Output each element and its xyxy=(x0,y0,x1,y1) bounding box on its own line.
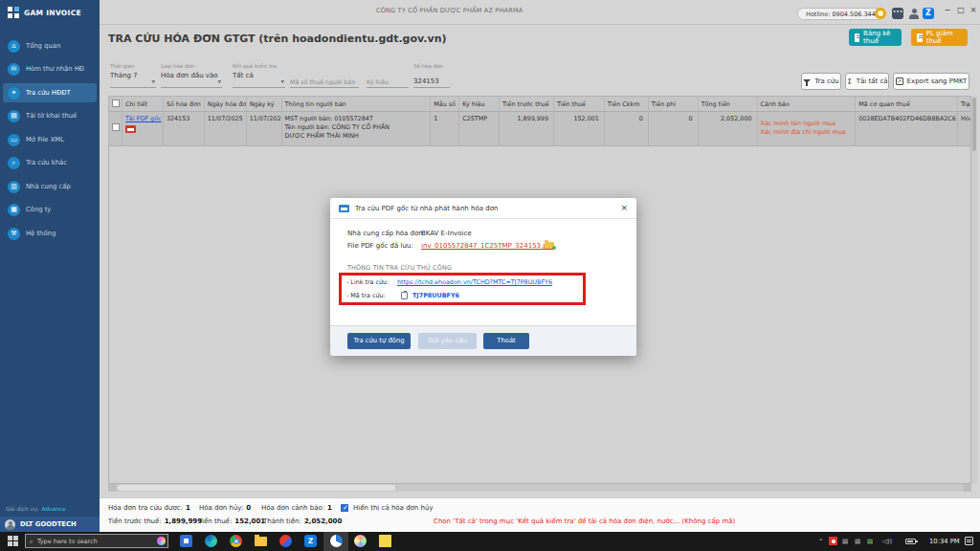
invoice-no-input[interactable] xyxy=(413,76,450,88)
sidebar-item-cong-ty[interactable]: ▦ Công ty xyxy=(3,200,97,219)
notification-center-icon[interactable] xyxy=(965,537,973,545)
certificate-icon[interactable] xyxy=(875,8,886,19)
tax-report-button[interactable]: Bảng kê thuế xyxy=(849,29,902,46)
tax-total: Tiền thuế:152,001 xyxy=(198,518,265,525)
folder-icon: ▭ xyxy=(8,134,20,146)
col-ngay-ky: Ngày ký xyxy=(247,97,282,111)
zalo-icon[interactable]: Z xyxy=(923,8,934,19)
send-request-button[interactable]: Gửi yêu cầu xyxy=(418,333,477,349)
maximize-button[interactable]: □ xyxy=(955,6,967,14)
user-bar[interactable]: DLT GOODTECH xyxy=(0,517,100,532)
horizontal-scrollbar-thumb[interactable] xyxy=(118,485,395,491)
close-button[interactable]: × xyxy=(968,6,979,14)
export-pmkt-button[interactable]: ↗ Export sang PMKT xyxy=(893,73,969,90)
open-folder-icon[interactable] xyxy=(545,242,554,249)
check-result-select[interactable]: Kết quả kiểm tra Tất cả ▼ xyxy=(233,63,285,88)
red-annotation-box: - Link tra cứu: https://tchd.ehoadon.vn/… xyxy=(339,273,586,305)
building-icon: ▦ xyxy=(8,204,20,216)
edge-icon[interactable] xyxy=(205,535,217,547)
auto-lookup-button[interactable]: Tra cứu tự động xyxy=(347,333,411,349)
overview-icon: ⌂ xyxy=(8,40,20,53)
sidebar-item-label: Tra cứu HĐĐT xyxy=(26,89,71,97)
dialog-footer: Tra cứu tự động Gửi yêu cầu Thoát xyxy=(330,325,636,356)
search-button[interactable]: Tra cứu xyxy=(801,73,841,90)
logo-text: GAM INVOICE xyxy=(24,9,81,17)
close-icon[interactable]: × xyxy=(620,203,628,212)
sidebar-item-mo-file-xml[interactable]: ▭ Mở File XML xyxy=(3,130,97,149)
invoice-type-value: Hóa đơn đầu vào xyxy=(161,72,222,79)
download-all-button[interactable]: ↧ Tải tất cả xyxy=(845,73,889,90)
exit-button[interactable]: Thoát xyxy=(483,333,529,349)
check-result-value: Tất cả xyxy=(233,72,285,79)
tray-volume-icon[interactable]: ◁)) xyxy=(882,538,892,545)
vertical-scrollbar-thumb[interactable] xyxy=(972,98,976,151)
sidebar-item-tai-to-khai[interactable]: ▤ Tải tờ khai thuế xyxy=(3,106,97,125)
table-row[interactable]: Tải PDF gốc 324153 11/07/2025 11/07/2025… xyxy=(109,112,970,146)
start-button[interactable] xyxy=(8,536,19,547)
pretax-total: Tiền trước thuế:1,899,999 xyxy=(108,518,202,525)
invoice-type-select[interactable]: Loại hóa đơn Hóa đơn đầu vào ▼ xyxy=(161,63,222,88)
found-count: Hóa đơn tra cứu được:1 xyxy=(108,504,190,512)
tools-icon: ⚒ xyxy=(8,228,20,240)
row-fee: 0 xyxy=(649,112,699,145)
show-cancelled-label: Hiển thị cả hóa đơn hủy xyxy=(353,504,434,512)
download-pdf-link[interactable]: Tải PDF gốc xyxy=(125,115,162,122)
horizontal-scrollbar[interactable] xyxy=(108,484,971,492)
tray-network-icon[interactable]: ▤ xyxy=(855,538,860,545)
pdf-file-link[interactable]: inv_0105572847_1C25TMP_324153.pdf xyxy=(421,242,554,250)
sidebar-item-tra-cuu-hddt[interactable]: ⚭ Tra cứu HĐĐT xyxy=(3,83,97,102)
sidebar-item-nha-cung-cap[interactable]: ▥ Nhà cung cấp xyxy=(3,177,97,196)
vertical-scrollbar[interactable] xyxy=(971,96,977,484)
taskbar-search[interactable]: ⌕ Type here to search xyxy=(25,534,168,548)
scroll-left-arrow[interactable] xyxy=(108,484,116,492)
row-seller-info: MST người bán: 0105572847 Tên người bán:… xyxy=(282,112,432,145)
sidebar-item-tra-cuu-khac[interactable]: ⌕ Tra cứu khác xyxy=(3,153,97,172)
col-tien-ckkm: Tiền Ckkm xyxy=(605,97,649,111)
file-label: File PDF gốc đã lưu: xyxy=(347,242,413,250)
col-ky-hieu: Ký hiệu xyxy=(459,97,500,111)
zalo-taskbar-icon[interactable]: Z xyxy=(304,535,317,547)
seller-tax-input[interactable] xyxy=(290,76,359,88)
service-plan: Gói dịch vụ:Advance xyxy=(6,506,66,512)
file-explorer-icon[interactable] xyxy=(255,537,267,546)
sidebar-item-tong-quan[interactable]: ⌂ Tổng quan xyxy=(3,36,97,55)
copy-icon[interactable] xyxy=(401,292,408,299)
lookup-link[interactable]: https://tchd.ehoadon.vn/TCHD?MTC=TJ7P8UU… xyxy=(397,278,552,286)
row-tax: 152,001 xyxy=(554,112,605,145)
manual-lookup-section-title: THÔNG TIN TRA CỨU THỦ CÔNG xyxy=(347,264,452,272)
support-contact-icon[interactable] xyxy=(908,8,920,19)
active-app-gam-invoice[interactable] xyxy=(323,532,348,551)
chat-icon[interactable]: ••• xyxy=(892,8,903,19)
row-checkbox[interactable] xyxy=(112,123,120,131)
tray-antivirus-icon[interactable] xyxy=(829,537,837,545)
taskbar-clock[interactable]: 10:34 PM xyxy=(929,538,960,545)
tray-status-icon[interactable]: ▤ xyxy=(867,538,873,545)
col-chi-tiet: Chi tiết xyxy=(122,97,164,111)
taskbar-app-mail[interactable] xyxy=(279,535,292,547)
chrome-icon[interactable] xyxy=(230,535,242,547)
sidebar-item-hom-thu[interactable]: ✉ Hòm thư nhận HĐ xyxy=(3,59,97,78)
scroll-right-arrow[interactable] xyxy=(964,484,971,492)
document-icon xyxy=(917,33,923,42)
warning-count: Hóa đơn cảnh báo:1 xyxy=(261,504,332,512)
download-icon: ↧ xyxy=(846,77,852,86)
taskbar-app-tile[interactable] xyxy=(180,535,192,547)
print-icon[interactable] xyxy=(125,125,136,133)
col-ngay-hoa-don: Ngày hóa đơn xyxy=(205,97,247,111)
col-mau-so: Mẫu số xyxy=(431,97,459,111)
tray-app-icon[interactable]: ▤ xyxy=(842,538,848,545)
sticky-notes-icon[interactable] xyxy=(379,535,391,547)
symbol-input[interactable] xyxy=(367,76,409,88)
invoice-type-label: Loại hóa đơn xyxy=(161,63,222,69)
period-select[interactable]: Thời gian Tháng 7 ▼ xyxy=(110,63,156,88)
sidebar-item-he-thong[interactable]: ⚒ Hệ thống xyxy=(3,224,97,243)
lookup-code-label: - Mã tra cứu: xyxy=(346,292,386,299)
minimize-button[interactable]: − xyxy=(942,6,953,14)
show-cancelled-checkbox[interactable] xyxy=(341,504,348,512)
select-all-checkbox[interactable] xyxy=(112,99,120,107)
battery-icon[interactable] xyxy=(905,539,916,544)
tray-chevron-icon[interactable]: ⌃ xyxy=(818,538,823,545)
tax-reduction-button[interactable]: PL giảm thuế xyxy=(911,29,968,46)
taskbar-app-palette[interactable] xyxy=(354,535,367,547)
chevron-down-icon: ▼ xyxy=(281,79,284,84)
